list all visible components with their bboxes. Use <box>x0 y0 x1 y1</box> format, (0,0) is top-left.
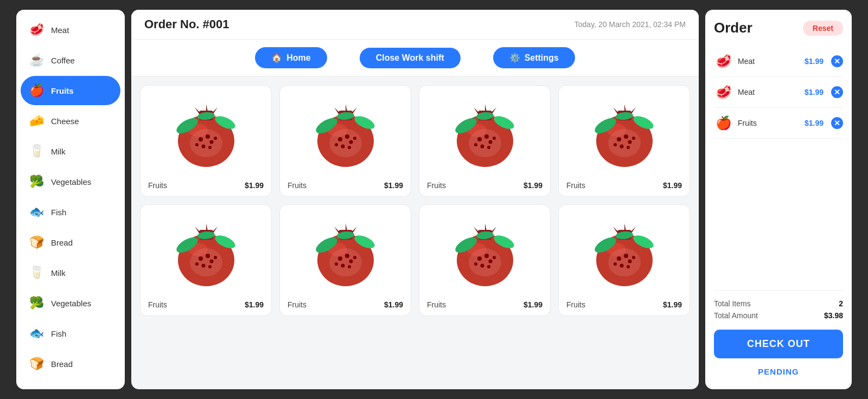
svg-point-31 <box>348 146 351 149</box>
datetime: Today, 20 March 2021, 02:34 PM <box>575 20 686 29</box>
product-card-p5[interactable]: Fruits $1.99 <box>140 204 272 316</box>
sidebar-icon-bread: 🍞 <box>27 233 46 252</box>
sidebar-item-fish2[interactable]: 🐟 Fish <box>21 319 120 348</box>
product-info-p7: Fruits $1.99 <box>427 298 542 309</box>
sidebar-icon-fruits: 🍎 <box>27 81 46 100</box>
remove-item-button-oi1[interactable]: ✕ <box>831 55 843 67</box>
product-info-p5: Fruits $1.99 <box>148 298 264 309</box>
remove-item-button-oi3[interactable]: ✕ <box>831 117 843 129</box>
product-card-p2[interactable]: Fruits $1.99 <box>279 85 411 197</box>
svg-point-135 <box>614 262 617 266</box>
svg-point-15 <box>214 137 217 140</box>
order-item-icon-oi3: 🍎 <box>714 113 733 133</box>
product-name-p7: Fruits <box>427 300 446 309</box>
product-grid: Fruits $1.99 <box>140 85 690 316</box>
home-icon: 🏠 <box>271 53 282 63</box>
total-items-row: Total Items 2 <box>714 299 843 308</box>
svg-marker-106 <box>485 223 487 231</box>
svg-point-99 <box>348 265 351 268</box>
product-card-p6[interactable]: Fruits $1.99 <box>279 204 411 316</box>
order-totals: Total Items 2 Total Amount $3.98 <box>714 290 843 330</box>
product-image-p5 <box>148 213 264 294</box>
svg-point-134 <box>632 256 635 259</box>
sidebar-label-cheese: Cheese <box>51 117 79 126</box>
product-card-p7[interactable]: Fruits $1.99 <box>419 204 551 316</box>
product-image-p1 <box>148 93 264 175</box>
pending-button[interactable]: PENDING <box>714 364 843 379</box>
svg-point-91 <box>329 248 362 276</box>
svg-marker-124 <box>630 227 636 233</box>
svg-point-23 <box>329 129 362 157</box>
order-items-list: 🥩 Meat $1.99 ✕ 🥩 Meat $1.99 ✕ 🍎 Fruits $… <box>714 46 843 290</box>
svg-point-40 <box>469 129 501 157</box>
sidebar-item-coffee[interactable]: ☕ Coffee <box>21 46 120 75</box>
main-content: Order No. #001 Today, 20 March 2021, 02:… <box>131 10 699 389</box>
svg-point-79 <box>206 254 210 258</box>
svg-marker-122 <box>613 227 618 233</box>
product-name-p4: Fruits <box>566 181 585 190</box>
svg-point-95 <box>338 256 342 261</box>
sidebar-item-vegetables[interactable]: 🥦 Vegetables <box>21 167 120 196</box>
product-card-p8[interactable]: Fruits $1.99 <box>558 204 690 316</box>
svg-marker-4 <box>206 104 208 112</box>
svg-point-45 <box>484 134 489 139</box>
product-price-p8: $1.99 <box>663 300 682 309</box>
sidebar-icon-fish2: 🐟 <box>27 324 46 343</box>
checkout-button[interactable]: CHECK OUT <box>714 330 843 358</box>
svg-point-32 <box>353 137 356 140</box>
svg-point-49 <box>493 137 496 140</box>
svg-point-44 <box>477 137 482 141</box>
svg-point-125 <box>608 248 641 276</box>
sidebar-item-bread[interactable]: 🍞 Bread <box>21 228 120 257</box>
settings-icon: ⚙️ <box>509 53 520 63</box>
sidebar-item-bread2[interactable]: 🍞 Bread <box>21 349 120 378</box>
svg-point-64 <box>620 145 623 149</box>
sidebar-item-milk[interactable]: 🥛 Milk <box>21 137 120 166</box>
sidebar-item-fish[interactable]: 🐟 Fish <box>21 197 120 227</box>
main-header: Order No. #001 Today, 20 March 2021, 02:… <box>131 10 699 40</box>
product-info-p8: Fruits $1.99 <box>566 298 682 309</box>
sidebar-icon-coffee: ☕ <box>27 51 46 69</box>
nav-bar: 🏠 Home Close Work shift ⚙️ Settings <box>131 40 699 76</box>
sidebar-label-fruits: Fruits <box>51 86 74 95</box>
reset-button[interactable]: Reset <box>803 21 843 36</box>
product-price-p6: $1.99 <box>384 300 403 309</box>
product-card-p3[interactable]: Fruits $1.99 <box>419 85 551 197</box>
home-button[interactable]: 🏠 Home <box>255 47 327 68</box>
svg-marker-56 <box>630 107 636 114</box>
sidebar-item-vegetables2[interactable]: 🥦 Vegetables <box>21 288 120 318</box>
close-workshift-label: Close Work shift <box>376 53 444 63</box>
product-info-p6: Fruits $1.99 <box>288 298 403 309</box>
product-card-p4[interactable]: Fruits $1.99 <box>558 85 690 197</box>
product-image-p8 <box>566 213 682 294</box>
svg-point-98 <box>341 264 344 268</box>
svg-point-100 <box>353 256 356 259</box>
sidebar-label-vegetables: Vegetables <box>51 177 91 186</box>
close-workshift-button[interactable]: Close Work shift <box>360 48 461 68</box>
svg-point-131 <box>628 260 631 263</box>
settings-button[interactable]: ⚙️ Settings <box>493 47 575 68</box>
total-amount-label: Total Amount <box>714 311 758 320</box>
order-item-icon-oi2: 🥩 <box>714 82 733 102</box>
product-image-p3 <box>427 93 542 175</box>
sidebar-item-fruits[interactable]: 🍎 Fruits <box>21 76 120 105</box>
product-grid-container: Fruits $1.99 <box>131 76 699 389</box>
svg-point-6 <box>190 129 222 157</box>
svg-point-67 <box>614 143 617 146</box>
total-items-value: 2 <box>839 299 843 308</box>
sidebar-item-milk2[interactable]: 🥛 Milk <box>21 258 120 287</box>
product-card-p1[interactable]: Fruits $1.99 <box>140 85 272 197</box>
product-name-p1: Fruits <box>148 181 167 190</box>
remove-item-button-oi2[interactable]: ✕ <box>831 86 843 98</box>
order-item-icon-oi1: 🥩 <box>714 52 733 71</box>
product-info-p2: Fruits $1.99 <box>288 179 403 190</box>
product-name-p8: Fruits <box>566 300 585 309</box>
product-price-p7: $1.99 <box>524 300 542 309</box>
sidebar-item-meat[interactable]: 🥩 Meat <box>21 15 120 44</box>
sidebar-label-milk2: Milk <box>51 268 66 278</box>
svg-point-96 <box>345 254 349 258</box>
svg-point-61 <box>617 137 621 141</box>
order-panel-header: Order Reset <box>714 20 843 36</box>
sidebar-item-cheese[interactable]: 🧀 Cheese <box>21 106 120 136</box>
product-price-p3: $1.99 <box>524 181 542 190</box>
